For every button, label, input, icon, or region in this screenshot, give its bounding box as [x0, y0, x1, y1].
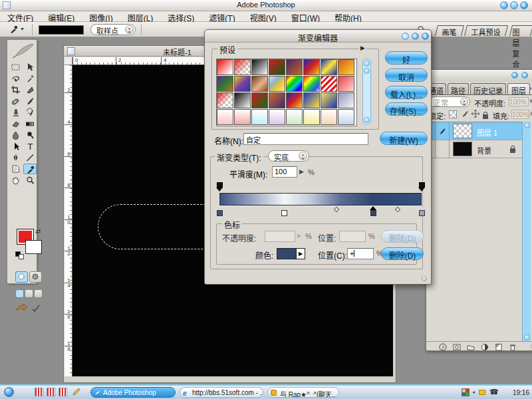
name-input[interactable]: 自定 [243, 133, 368, 145]
gradient-preset-swatch[interactable] [217, 92, 233, 108]
gradient-preset-swatch[interactable] [269, 109, 285, 125]
standard-screen-button[interactable] [15, 289, 24, 298]
quickmask-mode-button[interactable] [29, 271, 42, 283]
opacity-stop[interactable] [418, 182, 426, 192]
dialog-close-button[interactable]: × [422, 33, 429, 40]
adjustment-layer-icon[interactable] [480, 342, 490, 352]
brush-tool[interactable] [23, 96, 37, 106]
tray-lock-icon[interactable] [479, 390, 485, 395]
eraser-tool[interactable] [9, 118, 22, 129]
task-button-0[interactable]: Adobe Photoshop [90, 387, 176, 398]
gradient-preset-swatch[interactable] [321, 59, 337, 75]
pen-tool[interactable] [9, 152, 22, 163]
color-stop-selected[interactable] [370, 206, 377, 216]
tab-路径[interactable]: 路径 [448, 83, 469, 94]
tool-dropdown-caret[interactable]: ▼ [20, 27, 25, 31]
history-brush-tool[interactable] [23, 107, 37, 118]
gradient-preset-swatch[interactable] [217, 109, 233, 125]
gradient-preview-bar[interactable] [219, 193, 422, 205]
clone-stamp-tool[interactable] [9, 107, 22, 118]
tray-app-icon[interactable] [462, 388, 469, 396]
fullscreen-menubar-button[interactable] [25, 289, 33, 298]
tab-历史记录[interactable]: 历史记录 [470, 83, 506, 94]
scroll-down-icon[interactable] [524, 334, 530, 340]
scroll-up-icon[interactable] [524, 122, 530, 128]
palette-well-tab-2[interactable]: 图层复合 [509, 25, 532, 36]
gradient-preset-swatch[interactable] [251, 59, 268, 75]
color-stop[interactable] [216, 206, 223, 216]
healing-brush-tool[interactable] [9, 96, 22, 106]
opacity-stop[interactable] [216, 182, 223, 192]
gradient-preset-swatch[interactable] [286, 76, 303, 92]
gradient-preset-swatch[interactable] [234, 59, 251, 75]
blur-tool[interactable] [9, 130, 22, 140]
gradient-preset-swatch[interactable] [286, 109, 303, 125]
dialog-titlebar[interactable]: 渐变编辑器 − + × [205, 30, 431, 43]
dialog-restore-button[interactable]: + [412, 33, 419, 40]
hand-tool[interactable] [9, 175, 22, 186]
rectangular-marquee-tool[interactable] [9, 62, 22, 72]
magic-wand-tool[interactable] [23, 73, 37, 84]
gradient-preset-swatch[interactable] [251, 92, 268, 108]
start-button[interactable] [4, 387, 14, 397]
gradient-preset-swatch[interactable] [303, 92, 320, 108]
presets-scroll-dot[interactable] [364, 61, 370, 66]
lock-all-icon[interactable] [483, 114, 488, 119]
lasso-tool[interactable] [9, 73, 22, 84]
opacity-value[interactable]: 100% [509, 97, 529, 106]
save-button[interactable]: 存储(S)... [385, 102, 428, 116]
color-picker-arrow-icon[interactable]: ▶ [297, 248, 305, 259]
palette-well-tab-0[interactable]: 画笔 [435, 25, 464, 36]
quicklaunch-icon[interactable] [35, 388, 43, 396]
layers-panel-titlebar[interactable]: − × [426, 70, 532, 82]
move-tool[interactable] [23, 62, 37, 72]
dialog-minimize-button[interactable]: − [402, 33, 409, 40]
gradient-preset-swatch[interactable] [303, 59, 320, 75]
gradient-preset-swatch[interactable] [286, 92, 303, 108]
layer-row-背景[interactable]: 背景 [426, 140, 522, 158]
delete-color-button[interactable]: 删除(D) [381, 247, 424, 260]
background-color-swatch[interactable] [25, 240, 42, 254]
lock-paint-icon[interactable] [460, 109, 469, 120]
restore-button[interactable]: ❐ [510, 1, 518, 9]
crop-tool[interactable] [9, 84, 22, 95]
layer-row-图层 1[interactable]: 图层 1 [426, 122, 522, 140]
gradient-preset-swatch[interactable] [338, 109, 354, 125]
line-tool[interactable] [23, 152, 37, 163]
gradient-preset-swatch[interactable] [321, 92, 337, 108]
load-button[interactable]: 载入(L)... [385, 86, 428, 99]
task-button-1[interactable]: ehttp://bbs.51soft.com - ... [180, 387, 263, 398]
blend-stepper-icon[interactable]: ▴▾ [460, 98, 468, 106]
gradient-preset-swatch[interactable] [338, 92, 354, 108]
new-group-icon[interactable] [466, 342, 476, 352]
imageready-jump-icon[interactable] [15, 302, 29, 317]
layers-scrollbar[interactable] [522, 122, 531, 341]
new-button[interactable]: 新建(W) [380, 132, 428, 145]
eyedropper-tool-icon[interactable] [8, 24, 19, 37]
task-button-2[interactable]: 与 Rap★^_^|聊天... [267, 387, 339, 398]
blend-mode-dropdown[interactable]: 正常 ▴▾ [428, 96, 470, 107]
gradient-preset-swatch[interactable] [321, 76, 337, 92]
gradient-preset-swatch[interactable] [286, 59, 303, 75]
fullscreen-button[interactable] [34, 289, 43, 298]
path-selection-tool[interactable] [9, 141, 22, 152]
dropdown-stepper-icon[interactable]: ▴▾ [125, 25, 134, 34]
smoothness-input[interactable]: 100 [272, 166, 297, 178]
gradient-tool[interactable] [23, 118, 37, 129]
presets-scroll-dot[interactable] [364, 117, 370, 123]
new-layer-icon[interactable] [494, 342, 504, 352]
swap-colors-icon[interactable]: ⇄ [35, 227, 41, 235]
panel-menu-arrow-icon[interactable]: › [529, 84, 531, 92]
quicklaunch-icon[interactable] [47, 388, 55, 396]
ok-button[interactable]: 好 [385, 51, 428, 65]
tab-图层[interactable]: 图层 [507, 83, 530, 94]
gradient-preset-swatch[interactable] [321, 109, 337, 125]
quicklaunch-pencil-icon[interactable] [72, 387, 81, 398]
color-stop[interactable] [281, 206, 288, 216]
notes-tool[interactable] [9, 164, 22, 174]
gradient-type-dropdown[interactable]: 实底 ▴▾ [268, 150, 309, 162]
layer-style-icon[interactable]: f [438, 342, 448, 352]
palette-well-tab-1[interactable]: 工具预设 [464, 25, 508, 36]
fill-value[interactable]: 100% [511, 110, 529, 119]
tray-phone-icon[interactable]: ☎ [489, 388, 499, 396]
